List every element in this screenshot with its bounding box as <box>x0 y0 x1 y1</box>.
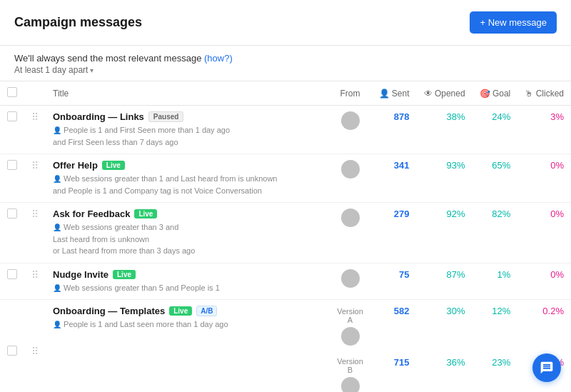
person-icon: 👤 <box>53 319 61 330</box>
stat-clicked: 3% <box>550 111 564 122</box>
row-subtitle: 👤 People is 1 and Last seen more than 1 … <box>53 318 322 331</box>
th-goal: 🎯 Goal <box>473 81 518 106</box>
subtitle-line: and People is 1 and Company tag is not V… <box>53 185 322 197</box>
messages-table: Title From 👤 Sent 👁 Opened 🎯 Goal <box>0 81 571 392</box>
row-goal-cell: 65% <box>473 154 518 203</box>
timing-dropdown-arrow[interactable]: ▾ <box>90 66 94 74</box>
row-title[interactable]: Nudge Invite Live <box>53 269 322 280</box>
row-clicked-cell: 0% <box>517 263 571 300</box>
version-b-label: Version B <box>336 357 365 374</box>
subheader: We'll always send the most relevant mess… <box>0 46 571 81</box>
subtitle-line: 👤 Web sessions greater than 1 and Last h… <box>53 173 322 185</box>
row-from-cell <box>329 263 372 300</box>
person-icon: 👤 <box>379 89 392 99</box>
drag-handle[interactable]: ⠿ <box>31 160 39 171</box>
stat-goal-a: 12% <box>492 306 510 316</box>
row-title[interactable]: Offer Help Live <box>53 160 322 171</box>
subheader-timing: At least 1 day apart ▾ <box>14 65 557 75</box>
th-sent: 👤 Sent <box>372 81 417 106</box>
row-goal-b: 23% <box>473 351 518 392</box>
badge-live: Live <box>134 209 157 218</box>
th-from: From <box>329 81 372 106</box>
row-checkbox[interactable] <box>7 160 17 170</box>
row-title-cell: Nudge Invite Live 👤 Web sessions greater… <box>46 263 329 300</box>
table-row: ⠿ Onboarding — Links Paused 👤 People is … <box>0 106 571 154</box>
row-checkbox[interactable] <box>7 208 17 218</box>
subtitle-line: or Last heard from more than 3 days ago <box>53 245 322 257</box>
table-row: ⠿ Onboarding — Templates Live A/B 👤 Peop… <box>0 300 571 352</box>
subheader-relevance: We'll always send the most relevant mess… <box>14 53 557 64</box>
stat-sent: 341 <box>394 160 410 171</box>
drag-handle[interactable]: ⠿ <box>31 208 39 220</box>
stat-opened: 87% <box>447 269 465 280</box>
stat-goal: 65% <box>492 160 510 171</box>
row-goal-cell: 24% <box>473 106 518 154</box>
how-link[interactable]: (how?) <box>204 53 233 64</box>
row-subtitle: 👤 Web sessions greater than 1 and Last h… <box>53 173 322 196</box>
stat-goal: 1% <box>497 269 511 280</box>
row-from-version-a: Version A <box>329 300 372 352</box>
row-check-cell <box>0 203 24 263</box>
row-subtitle: 👤 People is 1 and First Seen more than 1… <box>53 124 322 148</box>
page: Campaign messages + New message We'll al… <box>0 0 571 392</box>
new-message-button[interactable]: + New message <box>470 11 557 34</box>
stat-opened: 93% <box>447 160 465 171</box>
row-check-cell <box>0 263 24 300</box>
stat-opened-b: 36% <box>447 357 465 368</box>
row-from-version-b: Version B <box>329 351 372 392</box>
row-checkbox[interactable] <box>7 269 17 279</box>
avatar-version-a <box>341 327 360 346</box>
avatar <box>341 160 360 179</box>
row-title-cell: Offer Help Live 👤 Web sessions greater t… <box>46 154 329 203</box>
th-drag <box>24 81 46 106</box>
row-title-cell: Onboarding — Templates Live A/B 👤 People… <box>46 300 329 393</box>
table-row: ⠿ Ask for Feedback Live 👤 Web sessions g… <box>0 203 571 263</box>
stat-sent: 75 <box>399 269 409 280</box>
chat-fab-button[interactable] <box>532 353 561 382</box>
row-title[interactable]: Ask for Feedback Live <box>53 208 322 219</box>
row-title[interactable]: Onboarding — Templates Live A/B <box>53 306 322 316</box>
stat-opened: 92% <box>447 208 465 219</box>
row-check-cell <box>0 106 24 154</box>
row-drag-cell: ⠿ <box>24 300 46 393</box>
stat-goal: 82% <box>492 208 510 219</box>
row-title-cell: Onboarding — Links Paused 👤 People is 1 … <box>46 106 329 154</box>
row-clicked-cell: 0% <box>517 154 571 203</box>
person-icon: 👤 <box>53 174 61 184</box>
avatar-version-b <box>341 377 360 392</box>
stat-sent-a: 582 <box>394 306 410 316</box>
row-title[interactable]: Onboarding — Links Paused <box>53 111 322 122</box>
subtitle-line: 👤 Web sessions greater than 3 and <box>53 221 322 233</box>
row-sent-b: 715 <box>372 351 417 392</box>
subtitle-line: 👤 People is 1 and First Seen more than 1… <box>53 124 322 136</box>
person-icon: 👤 <box>53 222 61 233</box>
row-subtitle: 👤 Web sessions greater than 5 and People… <box>53 282 322 294</box>
subtitle-line: 👤 Web sessions greater than 5 and People… <box>53 282 322 294</box>
row-goal-cell: 82% <box>473 203 518 263</box>
row-drag-cell: ⠿ <box>24 203 46 263</box>
row-checkbox[interactable] <box>7 111 17 121</box>
row-checkbox[interactable] <box>7 346 17 356</box>
th-clicked: 🖱 Clicked <box>517 81 571 106</box>
badge-live: Live <box>113 270 136 279</box>
stat-clicked: 0% <box>550 208 564 219</box>
messages-table-container: Title From 👤 Sent 👁 Opened 🎯 Goal <box>0 81 571 392</box>
stat-sent: 878 <box>394 111 410 122</box>
row-opened-a: 30% <box>417 300 473 352</box>
row-from-cell <box>329 154 372 203</box>
row-title-cell: Ask for Feedback Live 👤 Web sessions gre… <box>46 203 329 263</box>
header: Campaign messages + New message <box>0 0 571 46</box>
person-icon: 👤 <box>53 283 61 293</box>
row-sent-a: 582 <box>372 300 417 352</box>
version-a-label: Version A <box>336 307 365 324</box>
row-opened-cell: 38% <box>417 106 473 154</box>
drag-handle[interactable]: ⠿ <box>31 111 39 123</box>
row-subtitle: 👤 Web sessions greater than 3 and Last h… <box>53 221 322 257</box>
table-header-row: Title From 👤 Sent 👁 Opened 🎯 Goal <box>0 81 571 106</box>
drag-handle[interactable]: ⠿ <box>31 269 39 281</box>
person-icon: 👤 <box>53 125 61 136</box>
row-check-cell <box>0 154 24 203</box>
drag-handle[interactable]: ⠿ <box>31 346 39 357</box>
header-checkbox[interactable] <box>7 87 17 97</box>
row-check-cell <box>0 300 24 393</box>
